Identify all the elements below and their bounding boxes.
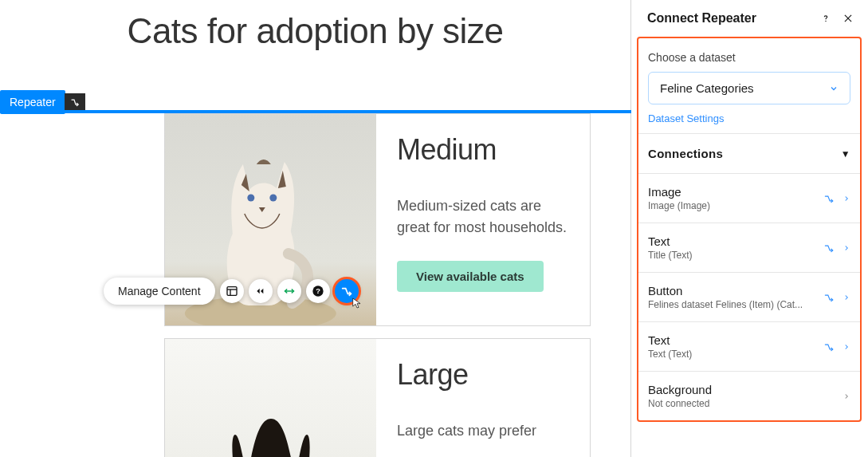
page-title: Cats for adoption by size [0, 11, 630, 51]
connection-name: Image [648, 185, 823, 199]
help-icon[interactable]: ? [306, 279, 330, 303]
link-icon [823, 292, 835, 303]
link-icon [823, 341, 835, 353]
connection-sub: Text (Text) [648, 349, 823, 360]
animation-icon[interactable] [249, 279, 273, 303]
connection-sub: Image (Image) [648, 200, 823, 211]
chevron-right-icon [842, 244, 850, 252]
svg-point-1 [247, 195, 254, 202]
caret-down-icon: ▼ [841, 148, 850, 160]
connection-sub: Felines dataset Felines (Item) (Cat... [648, 299, 823, 310]
dataset-select-value: Feline Categories [660, 81, 754, 95]
connection-row-image[interactable]: Image Image (Image) [638, 174, 860, 223]
item-description: Large cats may prefer [397, 420, 569, 442]
item-image[interactable] [165, 339, 376, 457]
chevron-right-icon [842, 294, 850, 301]
element-toolbar: Manage Content ? [104, 278, 359, 305]
item-title: Large [397, 358, 569, 392]
connection-name: Text [648, 234, 823, 248]
connection-name: Text [648, 333, 823, 347]
chevron-right-icon [842, 392, 850, 400]
connect-repeater-panel: Connect Repeater Choose a dataset Feline… [631, 0, 868, 457]
connection-row-button[interactable]: Button Felines dataset Felines (Item) (C… [638, 273, 860, 322]
dataset-label: Choose a dataset [648, 51, 850, 64]
view-cats-button[interactable]: View available cats [397, 261, 544, 292]
connections-label: Connections [648, 147, 723, 160]
layout-icon[interactable] [220, 279, 244, 303]
panel-help-icon[interactable] [820, 13, 831, 24]
panel-title: Connect Repeater [647, 11, 756, 26]
svg-text:?: ? [316, 287, 320, 295]
connect-to-data-icon[interactable] [335, 279, 359, 303]
link-icon [823, 242, 835, 254]
svg-rect-8 [227, 287, 237, 296]
connect-data-icon[interactable] [65, 93, 85, 111]
dataset-settings-link[interactable]: Dataset Settings [648, 112, 724, 124]
connection-row-background[interactable]: Background Not connected [638, 372, 860, 420]
connection-name: Button [648, 284, 823, 297]
connection-row-text[interactable]: Text Title (Text) [638, 223, 860, 273]
svg-point-2 [269, 195, 277, 202]
chevron-right-icon [842, 343, 850, 351]
connection-name: Background [648, 383, 842, 396]
chevron-down-icon [829, 84, 839, 93]
cursor-icon [351, 297, 363, 309]
close-icon[interactable] [842, 13, 854, 24]
connections-header[interactable]: Connections ▼ [638, 134, 860, 174]
connection-sub: Title (Text) [648, 250, 823, 261]
connection-row-text2[interactable]: Text Text (Text) [638, 322, 860, 372]
dataset-select[interactable]: Feline Categories [648, 72, 850, 104]
svg-point-14 [825, 21, 826, 22]
repeater-item[interactable]: Large Large cats may prefer [164, 338, 591, 457]
manage-content-button[interactable]: Manage Content [104, 278, 215, 305]
chevron-right-icon [842, 195, 850, 203]
connection-sub: Not connected [648, 398, 842, 409]
stretch-icon[interactable] [277, 279, 301, 303]
link-icon [823, 193, 835, 204]
item-title: Medium [397, 133, 569, 167]
item-description: Medium-sized cats are great for most hou… [397, 195, 569, 238]
